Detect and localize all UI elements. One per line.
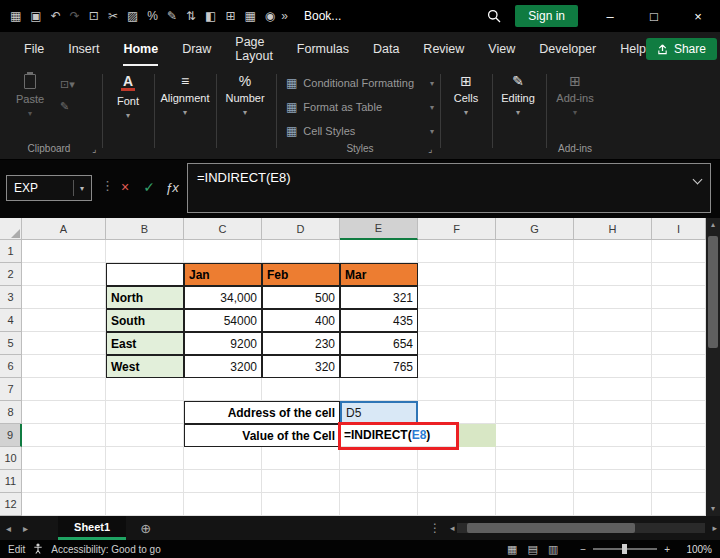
minimize-button[interactable]: –: [588, 0, 632, 32]
cell-styles-button[interactable]: ▦ Cell Styles ▾: [286, 120, 434, 142]
cell-E4[interactable]: 435: [340, 309, 418, 332]
cell-G10[interactable]: [496, 447, 574, 470]
cell-I1[interactable]: [652, 240, 706, 263]
cell-D7[interactable]: [262, 378, 340, 401]
col-header-A[interactable]: A: [22, 218, 106, 240]
col-header-I[interactable]: I: [652, 218, 706, 240]
cell-H6[interactable]: [574, 355, 652, 378]
page-break-view-icon[interactable]: ▥: [548, 543, 558, 556]
accessibility-icon[interactable]: [33, 543, 43, 556]
scroll-down-icon[interactable]: ▾: [706, 502, 720, 516]
cell-H1[interactable]: [574, 240, 652, 263]
cell-G1[interactable]: [496, 240, 574, 263]
cell-E12[interactable]: [340, 493, 418, 516]
tab-insert[interactable]: Insert: [68, 32, 99, 66]
col-header-B[interactable]: B: [106, 218, 184, 240]
clipboard-dialog-launcher-icon[interactable]: ⌟: [92, 144, 96, 154]
row-header-6[interactable]: 6: [0, 355, 22, 378]
row-header-7[interactable]: 7: [0, 378, 22, 401]
vertical-scrollbar-thumb[interactable]: [708, 236, 718, 348]
cell-E11[interactable]: [340, 470, 418, 493]
cell-D6[interactable]: 320: [262, 355, 340, 378]
cell-F2[interactable]: [418, 263, 496, 286]
cell-D5[interactable]: 230: [262, 332, 340, 355]
cell-F1[interactable]: [418, 240, 496, 263]
cell-B8[interactable]: [106, 401, 184, 424]
cell-I3[interactable]: [652, 286, 706, 309]
copy-icon[interactable]: ⊡: [89, 9, 99, 23]
tab-bar-options-icon[interactable]: ⋮: [423, 521, 447, 535]
cell-A12[interactable]: [22, 493, 106, 516]
percent-style-icon[interactable]: %: [147, 9, 158, 23]
vertical-scrollbar[interactable]: ▴ ▾: [706, 218, 720, 516]
cell-H4[interactable]: [574, 309, 652, 332]
cell-A11[interactable]: [22, 470, 106, 493]
cell-E3[interactable]: 321: [340, 286, 418, 309]
table-icon[interactable]: ▦: [244, 9, 255, 23]
row-header-2[interactable]: 2: [0, 263, 22, 286]
tab-review[interactable]: Review: [423, 32, 464, 66]
cell-G7[interactable]: [496, 378, 574, 401]
cells-group-button[interactable]: ⊞ Cells ▾: [444, 74, 488, 117]
cell-I10[interactable]: [652, 447, 706, 470]
cell-A3[interactable]: [22, 286, 106, 309]
cut-icon[interactable]: ✂: [108, 9, 118, 23]
cell-H7[interactable]: [574, 378, 652, 401]
col-header-G[interactable]: G: [496, 218, 574, 240]
cell-B7[interactable]: [106, 378, 184, 401]
cell-I11[interactable]: [652, 470, 706, 493]
cell-G8[interactable]: [496, 401, 574, 424]
cell-C7[interactable]: [184, 378, 262, 401]
cancel-icon[interactable]: ×: [114, 174, 136, 200]
editing-group-button[interactable]: ✎ Editing ▾: [494, 74, 542, 117]
enter-icon[interactable]: ✓: [138, 174, 160, 200]
cell-A6[interactable]: [22, 355, 106, 378]
cell-D11[interactable]: [262, 470, 340, 493]
cell-G3[interactable]: [496, 286, 574, 309]
scroll-left-icon[interactable]: ◂: [447, 523, 458, 533]
cell-F8[interactable]: [418, 401, 496, 424]
cell-F4[interactable]: [418, 309, 496, 332]
row-header-1[interactable]: 1: [0, 240, 22, 263]
cell-H8[interactable]: [574, 401, 652, 424]
cell-C4[interactable]: 54000: [184, 309, 262, 332]
cell-B10[interactable]: [106, 447, 184, 470]
cell-E6[interactable]: 765: [340, 355, 418, 378]
cell-I7[interactable]: [652, 378, 706, 401]
fill-color-icon[interactable]: ◧: [205, 9, 216, 23]
format-painter-icon[interactable]: ✎: [60, 100, 75, 113]
tab-help[interactable]: Help: [620, 32, 646, 66]
cell-H11[interactable]: [574, 470, 652, 493]
name-box[interactable]: EXP ▾: [6, 175, 92, 201]
cell-H12[interactable]: [574, 493, 652, 516]
tab-file[interactable]: File: [24, 32, 44, 66]
cell-E2[interactable]: Mar: [340, 263, 418, 286]
insert-function-icon[interactable]: ƒx: [161, 174, 183, 200]
cell-A7[interactable]: [22, 378, 106, 401]
cell-H5[interactable]: [574, 332, 652, 355]
cell-I2[interactable]: [652, 263, 706, 286]
cell-G6[interactable]: [496, 355, 574, 378]
borders-icon[interactable]: ⊞: [225, 9, 235, 23]
col-header-C[interactable]: C: [184, 218, 262, 240]
horizontal-scrollbar-thumb[interactable]: [467, 523, 635, 533]
format-as-table-button[interactable]: ▦ Format as Table ▾: [286, 96, 434, 118]
cell-E10[interactable]: [340, 447, 418, 470]
horizontal-scrollbar[interactable]: [457, 523, 705, 533]
font-group-button[interactable]: A Font ▾: [106, 74, 150, 120]
formula-input[interactable]: =INDIRECT(E8): [187, 163, 711, 213]
cell-B3[interactable]: North: [106, 286, 184, 309]
cell-I4[interactable]: [652, 309, 706, 332]
tab-data[interactable]: Data: [373, 32, 399, 66]
cell-B11[interactable]: [106, 470, 184, 493]
row-header-3[interactable]: 3: [0, 286, 22, 309]
row-header-9[interactable]: 9: [0, 424, 22, 447]
scroll-right-icon[interactable]: ▸: [709, 523, 720, 533]
normal-view-icon[interactable]: ▦: [507, 543, 517, 556]
picture-icon[interactable]: ▨: [127, 9, 138, 23]
cell-H3[interactable]: [574, 286, 652, 309]
redo-icon[interactable]: ↷: [70, 9, 80, 23]
row-header-11[interactable]: 11: [0, 470, 22, 493]
row-header-8[interactable]: 8: [0, 401, 22, 424]
close-button[interactable]: ×: [676, 0, 720, 32]
